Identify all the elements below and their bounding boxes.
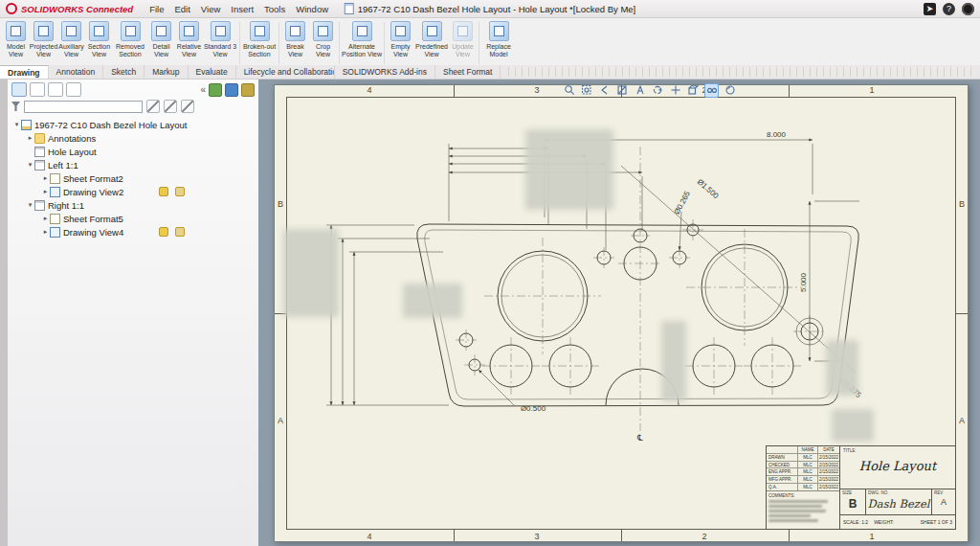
appearance-pane-icon[interactable] bbox=[241, 83, 255, 97]
comments-box: COMMENTS: bbox=[767, 491, 839, 529]
sheet-format-icon bbox=[50, 173, 60, 184]
feature-tree: ▾ 1967-72 C10 Dash Bezel Hole Layout ▸ A… bbox=[8, 118, 258, 239]
table-row: MFG APPR. MLC 2/15/2022 bbox=[767, 476, 839, 484]
graphics-area[interactable]: 4 3 2 1 4 3 2 1 B A B A bbox=[258, 80, 980, 546]
hide-show-items-icon[interactable] bbox=[704, 83, 719, 98]
tab-sketch[interactable]: Sketch bbox=[103, 65, 145, 79]
alternate-position-view-button[interactable]: Alternate Position View bbox=[342, 19, 382, 67]
status-badge bbox=[159, 187, 168, 196]
model-view-icon bbox=[6, 21, 26, 41]
sheet-number: SHEET 1 OF 3 bbox=[921, 519, 955, 525]
tab-solidworks-add-ins[interactable]: SOLIDWORKS Add-ins bbox=[335, 65, 435, 79]
relative-view-button[interactable]: Relative View bbox=[175, 19, 203, 67]
tree-item-annotations[interactable]: ▸ Annotations bbox=[8, 131, 258, 145]
broken-out-section-button[interactable]: Broken-out Section bbox=[242, 19, 277, 67]
menu-window[interactable]: Window bbox=[291, 3, 333, 15]
filter-icon[interactable] bbox=[11, 102, 20, 111]
blurred-annotation bbox=[403, 284, 462, 318]
pan-icon[interactable] bbox=[669, 84, 681, 97]
break-view-button[interactable]: Break View bbox=[281, 19, 309, 67]
model-view-button[interactable]: Model View bbox=[2, 19, 30, 67]
projected-view-button[interactable]: Projected View bbox=[30, 19, 57, 67]
tree-item-drawing-view2[interactable]: ▸ Drawing View2 bbox=[8, 185, 258, 198]
tab-markup[interactable]: Markup bbox=[145, 65, 188, 79]
sketch-tool-icon[interactable] bbox=[146, 100, 160, 113]
status-badge bbox=[175, 227, 185, 237]
auxiliary-view-icon bbox=[61, 21, 81, 41]
drawing-sheet[interactable]: 4 3 2 1 4 3 2 1 B A B A bbox=[274, 84, 969, 542]
tab-evaluate[interactable]: Evaluate bbox=[189, 65, 236, 79]
status-badge bbox=[159, 227, 168, 237]
tree-root[interactable]: ▾ 1967-72 C10 Dash Bezel Hole Layout bbox=[8, 118, 258, 131]
centerline-symbol: ℄ bbox=[636, 433, 643, 443]
edit-appearance-icon[interactable] bbox=[724, 84, 737, 97]
tab-annotation[interactable]: Annotation bbox=[49, 65, 104, 79]
scale-row: SCALE: 1:2 WEIGHT: SHEET 1 OF 3 bbox=[840, 515, 955, 528]
zoom-fit-icon[interactable] bbox=[563, 84, 575, 97]
view-orientation-pane-icon[interactable] bbox=[225, 83, 238, 97]
predefined-view-button[interactable]: Predefined View bbox=[414, 19, 449, 67]
annotation-view-icon[interactable] bbox=[634, 84, 646, 97]
tree-item-drawing-view4[interactable]: ▸ Drawing View4 bbox=[8, 225, 258, 239]
profile-icon[interactable] bbox=[962, 3, 974, 15]
removed-section-button[interactable]: Removed Section bbox=[113, 19, 147, 67]
drawing-view-icon bbox=[50, 227, 60, 238]
menu-insert[interactable]: Insert bbox=[226, 3, 258, 15]
section-view-icon[interactable] bbox=[616, 84, 629, 97]
blurred-annotation bbox=[283, 229, 339, 317]
tree-item-left-sheet[interactable]: ▾ Left 1:1 bbox=[8, 158, 258, 171]
tree-item-right-sheet[interactable]: ▾ Right 1:1 bbox=[8, 198, 258, 212]
menu-file[interactable]: File bbox=[145, 3, 168, 15]
tab-sheet-format[interactable]: Sheet Format bbox=[435, 65, 501, 79]
dimxpertmanager-tab-icon[interactable] bbox=[66, 82, 81, 97]
display-pane-icon[interactable] bbox=[209, 83, 222, 97]
markup-tool-icon[interactable] bbox=[181, 100, 194, 113]
previous-view-icon[interactable] bbox=[598, 84, 611, 97]
tree-item-sheet-format2[interactable]: ▸ Sheet Format2 bbox=[8, 171, 258, 185]
share-icon[interactable]: ➤ bbox=[924, 3, 936, 15]
document-title-area: 1967-72 C10 Dash Bezel Hole Layout - Hol… bbox=[345, 3, 635, 14]
dim-dia-bottom: Ø0.500 bbox=[521, 404, 546, 413]
drawing-view-icon bbox=[50, 187, 60, 197]
dim-height: 5.000 bbox=[799, 272, 808, 292]
sheet-icon bbox=[34, 147, 45, 157]
replace-model-icon bbox=[489, 21, 509, 41]
tab-lifecycle-and-collaboration[interactable]: Lifecycle and Collaboration bbox=[236, 65, 335, 79]
tree-item-hole-layout[interactable]: Hole Layout bbox=[8, 145, 258, 158]
detail-view-icon bbox=[151, 21, 171, 41]
zoom-area-icon[interactable] bbox=[581, 84, 593, 97]
rotate-view-icon[interactable] bbox=[652, 84, 664, 97]
annotation-tool-icon[interactable] bbox=[164, 100, 177, 113]
rev-cell: REV A bbox=[931, 489, 955, 514]
title-area: TITLE: Hole Layout bbox=[840, 446, 955, 489]
menu-view[interactable]: View bbox=[196, 3, 225, 15]
configurationmanager-tab-icon[interactable] bbox=[48, 82, 63, 97]
crop-view-button[interactable]: Crop View bbox=[309, 19, 337, 67]
size-cell: SIZE B bbox=[840, 489, 866, 514]
empty-view-button[interactable]: Empty View bbox=[387, 19, 414, 67]
help-icon[interactable]: ? bbox=[943, 3, 955, 15]
display-style-icon[interactable] bbox=[687, 84, 700, 97]
detail-view-button[interactable]: Detail View bbox=[147, 19, 175, 67]
table-row: CHECKED MLC 2/15/2022 bbox=[767, 462, 839, 469]
section-view-button[interactable]: Section View bbox=[85, 19, 113, 67]
propertymanager-tab-icon[interactable] bbox=[30, 82, 45, 97]
ribbon-separator bbox=[384, 22, 385, 64]
sheet-icon bbox=[34, 160, 45, 171]
feature-tree-filter-input[interactable] bbox=[24, 101, 143, 113]
standard-3-view-button[interactable]: Standard 3 View bbox=[203, 19, 237, 67]
table-row: Q.A. MLC 2/15/2022 bbox=[767, 484, 839, 490]
app-name: SOLIDWORKS Connected bbox=[21, 4, 133, 14]
replace-model-button[interactable]: Replace Model bbox=[481, 19, 516, 67]
folder-icon bbox=[34, 133, 45, 144]
tree-item-sheet-format5[interactable]: ▸ Sheet Format5 bbox=[8, 212, 258, 225]
menu-edit[interactable]: Edit bbox=[169, 3, 194, 15]
collapse-panel-icon[interactable]: « bbox=[200, 84, 206, 95]
ruler bbox=[508, 67, 976, 77]
tab-drawing[interactable]: Drawing bbox=[0, 65, 49, 79]
ribbon-separator bbox=[239, 22, 240, 64]
menu-tools[interactable]: Tools bbox=[259, 3, 290, 15]
featuremanager-tab-icon[interactable] bbox=[11, 82, 27, 97]
sheet-format-icon bbox=[50, 214, 60, 224]
auxiliary-view-button[interactable]: Auxiliary View bbox=[57, 19, 85, 67]
